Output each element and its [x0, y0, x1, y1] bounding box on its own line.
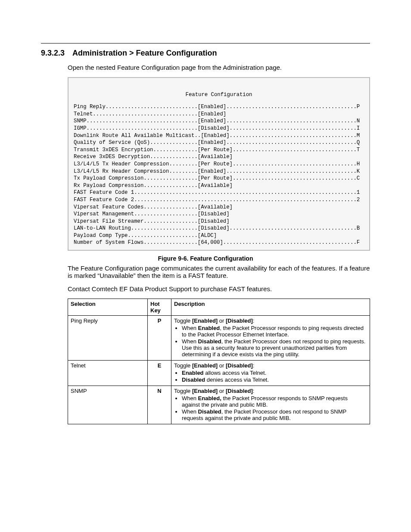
cell-hotkey: P: [148, 316, 171, 361]
feature-table: Selection Hot Key Description Ping Reply…: [68, 299, 370, 424]
col-selection: Selection: [68, 299, 148, 316]
cell-description: Toggle [Enabled] or [Disabled]:When Enab…: [171, 316, 370, 361]
section-number: 9.3.2.3: [41, 49, 65, 58]
intro-paragraph: Open the nested Feature Configuration pa…: [68, 64, 370, 71]
cell-selection: Telnet: [68, 361, 148, 386]
table-row: SNMPNToggle [Enabled] or [Disabled]:When…: [68, 386, 370, 424]
terminal-body: Ping Reply.............................[…: [74, 103, 364, 246]
cell-selection: Ping Reply: [68, 316, 148, 361]
cell-selection: SNMP: [68, 386, 148, 424]
terminal-screenshot: Feature ConfigurationPing Reply.........…: [68, 77, 370, 251]
terminal-title: Feature Configuration: [74, 91, 364, 99]
section-title: Administration > Feature Configuration: [72, 49, 217, 57]
cell-description: Toggle [Enabled] or [Disabled]:Enabled a…: [171, 361, 370, 386]
section-heading: 9.3.2.3Administration > Feature Configur…: [41, 49, 370, 58]
cell-hotkey: E: [148, 361, 171, 386]
col-hotkey: Hot Key: [148, 299, 171, 316]
cell-hotkey: N: [148, 386, 171, 424]
col-description: Description: [171, 299, 370, 316]
body-paragraph-1: The Feature Configuration page communica…: [68, 264, 370, 279]
cell-description: Toggle [Enabled] or [Disabled]:When Enab…: [171, 386, 370, 424]
table-header-row: Selection Hot Key Description: [68, 299, 370, 316]
figure-caption: Figure 9-6. Feature Configuration: [41, 255, 370, 262]
body-paragraph-2: Contact Comtech EF Data Product Support …: [68, 285, 370, 292]
table-row: TelnetEToggle [Enabled] or [Disabled]:En…: [68, 361, 370, 386]
table-row: Ping ReplyPToggle [Enabled] or [Disabled…: [68, 316, 370, 361]
top-rule: [41, 43, 370, 44]
